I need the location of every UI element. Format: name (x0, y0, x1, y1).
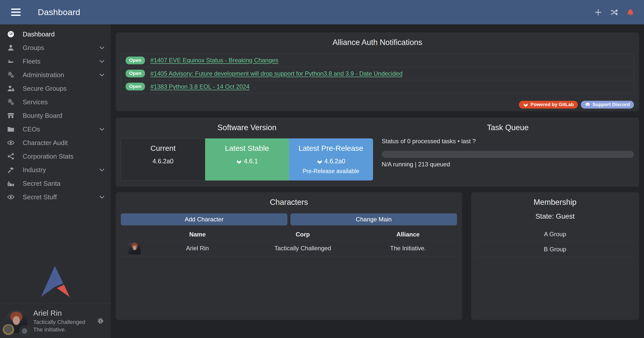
version-number: 4.6.1 (244, 158, 258, 165)
badge-label: Support Discord (592, 102, 630, 107)
change-main-button[interactable]: Change Main (290, 213, 457, 225)
notification-link[interactable]: #1407 EVE Equinox Status - Breaking Chan… (150, 57, 278, 64)
user-info: Ariel Rin Tactically Challenged The Init… (33, 308, 85, 333)
sidebar-item-ceos[interactable]: CEOs (0, 122, 111, 136)
tachometer-icon (7, 30, 15, 38)
membership-state: State: Guest (476, 212, 634, 220)
list-item: A Group (476, 227, 634, 242)
page-title: Dashboard (38, 7, 80, 17)
sidebar-item-secret-stuff[interactable]: Secret Stuff (0, 190, 111, 204)
sidebar-item-services[interactable]: Services (0, 95, 111, 109)
user-name: Ariel Rin (33, 308, 85, 318)
notification-item: Open #1383 Python 3.8 EOL - 14 Oct 2024 (121, 80, 634, 93)
task-progress-bar (382, 151, 634, 158)
characters-table: Name Corp Alliance Ariel Rin Tactically … (121, 229, 457, 256)
sidebar-item-label: Corporation Stats (23, 153, 73, 160)
sidebar-item-secure-groups[interactable]: Secure Groups (0, 82, 111, 95)
sidebar-item-bounty-board[interactable]: Bounty Board (0, 109, 111, 122)
task-queue-title: Task Queue (382, 123, 634, 132)
sidebar-item-label: Secret Santa (23, 180, 60, 187)
shuttle-icon (7, 58, 15, 65)
task-queue-section: Task Queue Status of 0 processed tasks •… (382, 123, 634, 182)
add-character-button[interactable]: Add Character (121, 213, 287, 225)
main-content: Alliance Auth Notifications Open #1407 E… (111, 24, 644, 338)
store-icon (7, 112, 15, 119)
bottom-row: Characters Add Character Change Main Nam… (116, 192, 639, 320)
navbar-actions (594, 8, 635, 17)
powered-by-gitlab-badge[interactable]: Powered by GitLab (519, 101, 578, 109)
sidebar-item-fleets[interactable]: Fleets (0, 55, 111, 68)
chevron-down-icon (99, 58, 105, 65)
sidebar-toggle-button[interactable] (10, 7, 22, 17)
version-value: 4.6.2a0 (289, 158, 373, 165)
chevron-down-icon (99, 194, 105, 200)
sidebar-item-label: Bounty Board (23, 112, 62, 120)
version-label: Current (121, 144, 205, 153)
sidebar-item-label: Secret Stuff (23, 193, 57, 201)
gitlab-icon (317, 158, 323, 164)
add-icon[interactable] (594, 8, 603, 17)
notification-item: Open #1405 Advisory: Future development … (121, 67, 634, 80)
sidebar-item-label: Industry (23, 166, 46, 174)
notification-link[interactable]: #1383 Python 3.8 EOL - 14 Oct 2024 (150, 83, 250, 90)
cell-name: Ariel Rin (148, 245, 246, 252)
sidebar-item-industry[interactable]: Industry (0, 163, 111, 177)
sidebar-item-administration[interactable]: Administration (0, 68, 111, 82)
table-row: Ariel Rin Tactically Challenged The Init… (121, 240, 457, 256)
version-number: 4.6.2a0 (324, 158, 345, 165)
notifications-panel: Alliance Auth Notifications Open #1407 E… (116, 32, 639, 111)
software-version-title: Software Version (121, 123, 373, 132)
sidebar-item-character-audit[interactable]: Character Audit (0, 136, 111, 150)
header-name: Name (148, 231, 246, 238)
user-icon (7, 44, 15, 52)
gears-icon (7, 71, 15, 79)
chevron-down-icon (99, 167, 105, 173)
prerelease-note: Pre-Release available (289, 168, 373, 175)
version-label: Latest Stable (205, 144, 289, 153)
status-badge: Open (126, 57, 145, 64)
sidebar-item-groups[interactable]: Groups (0, 41, 111, 55)
task-queue-counts: N/A running | 213 queued (382, 161, 634, 168)
software-version-section: Software Version Current 4.6.2a0 Latest … (121, 123, 373, 182)
version-latest-stable: Latest Stable 4.6.1 (205, 138, 289, 180)
version-latest-prerelease: Latest Pre-Release 4.6.2a0 Pre-Release a… (289, 138, 373, 180)
notifications-bell-icon[interactable] (626, 8, 635, 17)
sidebar-item-label: Administration (23, 71, 64, 79)
task-status-line: Status of 0 processed tasks • last ? (382, 138, 634, 145)
share-nodes-icon (7, 153, 15, 160)
top-navbar: Dashboard (0, 0, 644, 24)
sidebar-item-label: Groups (23, 44, 44, 52)
user-settings-gear-icon[interactable] (97, 317, 105, 325)
hammer-icon (7, 166, 15, 174)
folder-icon (7, 125, 15, 133)
sidebar-item-corporation-stats[interactable]: Corporation Stats (0, 150, 111, 163)
notification-link[interactable]: #1405 Advisory: Future development will … (150, 70, 403, 77)
list-item: B Group (476, 242, 634, 257)
alliance-auth-logo (41, 266, 70, 297)
corp-logo-badge (3, 324, 14, 336)
sidebar-item-secret-santa[interactable]: Secret Santa (0, 177, 111, 190)
eye-icon (7, 139, 15, 147)
user-card: Ariel Rin Tactically Challenged The Init… (0, 303, 111, 338)
gitlab-icon (523, 102, 528, 107)
version-value: 4.6.1 (205, 158, 289, 165)
group-list: A Group B Group (476, 227, 634, 257)
user-corp: Tactically Challenged (33, 319, 85, 326)
header-alliance: Alliance (359, 231, 457, 238)
notification-item: Open #1407 EVE Equinox Status - Breaking… (121, 54, 634, 67)
version-value: 4.6.2a0 (121, 158, 205, 165)
shuffle-icon[interactable] (610, 8, 619, 17)
gifts-icon (7, 180, 15, 187)
sidebar-item-label: Secure Groups (23, 85, 67, 92)
support-discord-badge[interactable]: Support Discord (581, 101, 634, 109)
user-avatar (5, 310, 28, 333)
sidebar-item-label: Services (23, 98, 48, 106)
sidebar-item-dashboard[interactable]: Dashboard (0, 27, 111, 41)
version-comparison: Current 4.6.2a0 Latest Stable 4.6.1 Late… (121, 138, 373, 181)
discord-icon (585, 102, 590, 107)
status-panel: Software Version Current 4.6.2a0 Latest … (116, 118, 639, 187)
membership-panel: Membership State: Guest A Group B Group (471, 192, 639, 320)
characters-panel: Characters Add Character Change Main Nam… (116, 192, 462, 320)
user-lock-icon (7, 85, 15, 92)
notifications-footer: Powered by GitLab Support Discord (121, 101, 634, 109)
